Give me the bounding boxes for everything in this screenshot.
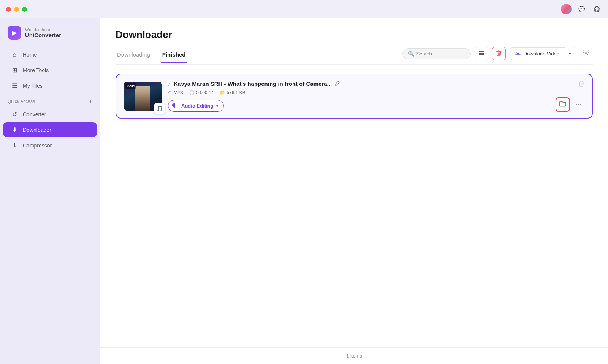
thumbnail-logo: SRH	[125, 83, 136, 89]
meta-duration: 🕐 00:00:14	[189, 90, 214, 95]
more-options-button[interactable]: ···	[573, 99, 584, 110]
list-view-button[interactable]	[475, 47, 488, 60]
logo-brand: Wondershare	[25, 27, 61, 32]
app-container: ▶ Wondershare UniConverter ⌂ Home ⊞ More…	[0, 18, 608, 364]
folder-open-icon	[559, 101, 566, 109]
open-folder-button[interactable]	[556, 97, 570, 112]
sidebar-item-downloader[interactable]: ⬇ Downloader	[3, 122, 97, 137]
audio-editing-dropdown-icon: ▾	[216, 104, 218, 108]
sidebar: ▶ Wondershare UniConverter ⌂ Home ⊞ More…	[0, 18, 100, 364]
titlebar: 💬 🎧	[0, 0, 608, 18]
file-title-row: ♪ Kavya Maran SRH - What's happening in …	[168, 81, 549, 87]
delete-all-button[interactable]	[492, 47, 506, 60]
sidebar-item-converter[interactable]: ↺ Converter	[3, 107, 97, 122]
audio-editing-button[interactable]: Audio Editing ▾	[168, 100, 224, 112]
meta-format: ⏱ MP3	[168, 90, 183, 95]
thumbnail-container: SRH 🎵	[124, 82, 162, 111]
audio-wave-icon	[172, 103, 178, 109]
window-controls[interactable]	[6, 7, 27, 12]
svg-point-5	[585, 52, 587, 54]
titlebar-right-icons: 💬 🎧	[561, 4, 602, 14]
file-card: SRH 🎵 ♪ Kavya Maran SRH - What's happeni…	[116, 74, 593, 119]
card-actions: ···	[556, 81, 584, 112]
svg-rect-0	[479, 51, 484, 52]
format-icon: ⏱	[168, 90, 172, 95]
meta-size: 📁 576.1 KB	[220, 90, 245, 95]
trash-icon	[496, 50, 502, 57]
logo-text: Wondershare UniConverter	[25, 27, 61, 38]
file-title: Kavya Maran SRH - What's happening in fr…	[174, 81, 332, 87]
music-badge-icon: 🎵	[157, 105, 163, 111]
grid-icon: ⊞	[11, 66, 18, 74]
search-icon: 🔍	[408, 51, 414, 57]
clock-icon: 🕐	[189, 90, 195, 95]
content-area: SRH 🎵 ♪ Kavya Maran SRH - What's happeni…	[100, 65, 608, 347]
headphone-icon[interactable]: 🎧	[591, 4, 602, 14]
sidebar-item-more-tools[interactable]: ⊞ More Tools	[3, 63, 97, 78]
gear-icon	[583, 49, 589, 58]
download-video-btn-group[interactable]: Download Video ▾	[510, 47, 575, 60]
sidebar-item-downloader-label: Downloader	[23, 127, 51, 133]
home-icon: ⌂	[11, 51, 18, 58]
logo-name: UniConverter	[25, 32, 61, 38]
download-video-button[interactable]: Download Video	[510, 47, 565, 60]
tabs-toolbar: Downloading Finished 🔍	[116, 47, 593, 65]
file-music-icon: ♪	[168, 81, 171, 87]
quick-access-label: Quick Access +	[0, 93, 100, 106]
sidebar-item-home[interactable]: ⌂ Home	[3, 47, 97, 62]
svg-rect-1	[479, 53, 484, 54]
svg-rect-7	[173, 103, 174, 107]
svg-rect-9	[176, 104, 176, 107]
file-info: ♪ Kavya Maran SRH - What's happening in …	[168, 81, 549, 112]
svg-rect-6	[172, 104, 173, 106]
ellipsis-icon: ···	[576, 101, 581, 109]
download-video-label: Download Video	[524, 51, 559, 57]
chat-icon[interactable]: 💬	[576, 4, 587, 14]
tab-downloading[interactable]: Downloading	[116, 48, 152, 63]
logo: ▶ Wondershare UniConverter	[0, 21, 100, 47]
svg-rect-10	[177, 104, 177, 106]
sidebar-item-compressor[interactable]: ⤓ Compressor	[3, 138, 97, 153]
file-format: MP3	[174, 90, 183, 95]
folder-icon: 📁	[220, 90, 225, 95]
minimize-window-button[interactable]	[14, 7, 19, 12]
tab-bar: Downloading Finished	[116, 48, 196, 63]
file-duration: 00:00:14	[196, 90, 214, 95]
file-size: 576.1 KB	[226, 90, 245, 95]
search-input[interactable]	[416, 51, 465, 57]
card-action-row: ···	[556, 97, 584, 112]
svg-rect-2	[479, 54, 484, 55]
thumbnail-person	[135, 86, 150, 111]
close-window-button[interactable]	[6, 7, 11, 12]
add-quick-access-button[interactable]: +	[89, 98, 92, 105]
download-icon	[515, 51, 521, 57]
logo-icon: ▶	[8, 26, 21, 40]
main-content: Downloader Downloading Finished 🔍	[100, 18, 608, 364]
chevron-down-icon: ▾	[569, 51, 571, 56]
converter-icon: ↺	[11, 111, 18, 118]
sidebar-item-my-files-label: My Files	[23, 83, 43, 89]
maximize-window-button[interactable]	[22, 7, 27, 12]
file-meta: ⏱ MP3 🕐 00:00:14 📁 576.1 KB	[168, 90, 549, 95]
file-delete-button[interactable]	[578, 81, 584, 88]
sidebar-item-more-tools-label: More Tools	[23, 67, 49, 73]
sidebar-item-my-files[interactable]: ☰ My Files	[3, 78, 97, 93]
list-icon	[478, 50, 484, 57]
compressor-icon: ⤓	[11, 142, 18, 149]
settings-button[interactable]	[579, 47, 593, 60]
files-icon: ☰	[11, 82, 18, 89]
items-count: 1 items	[346, 353, 362, 359]
file-edit-icon[interactable]	[335, 81, 340, 87]
toolbar: 🔍	[402, 47, 593, 64]
main-header: Downloader Downloading Finished 🔍	[100, 18, 608, 65]
search-box[interactable]: 🔍	[402, 48, 471, 59]
audio-editing-label: Audio Editing	[181, 103, 213, 109]
downloader-icon: ⬇	[11, 126, 18, 133]
sidebar-item-converter-label: Converter	[23, 111, 46, 117]
download-video-dropdown-button[interactable]: ▾	[565, 47, 575, 60]
sidebar-item-home-label: Home	[23, 52, 37, 58]
tab-finished[interactable]: Finished	[161, 48, 187, 63]
svg-rect-8	[174, 103, 175, 108]
avatar-icon[interactable]	[561, 4, 572, 14]
page-title: Downloader	[116, 29, 593, 41]
